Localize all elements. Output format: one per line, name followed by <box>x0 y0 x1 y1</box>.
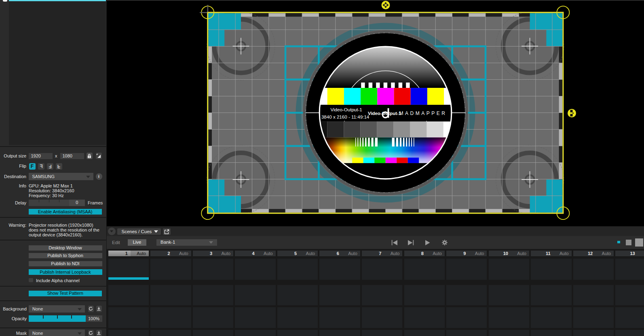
svg-text:3840 x 2160 - 11:49:14: 3840 x 2160 - 11:49:14 <box>321 114 370 119</box>
svg-text:MADMAPPER: MADMAPPER <box>399 111 447 116</box>
svg-text:Video-Output-1: Video-Output-1 <box>330 107 362 112</box>
